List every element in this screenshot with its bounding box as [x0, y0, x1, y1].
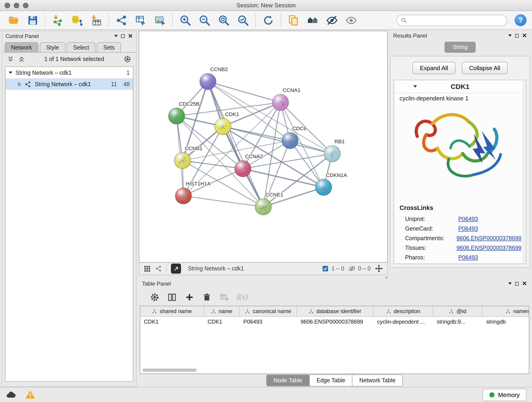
fit-content-icon[interactable]	[375, 264, 383, 273]
checkbox-icon[interactable]	[322, 265, 329, 272]
collapse-all-icon[interactable]	[7, 56, 14, 63]
column-header-canonical-name[interactable]: canonical name	[240, 306, 297, 316]
node-CDK1[interactable]	[215, 118, 231, 134]
tab-network[interactable]: Network	[5, 42, 38, 52]
float-panel-icon[interactable]	[121, 34, 125, 38]
tab-network-table[interactable]: Network Table	[352, 375, 403, 386]
network-row[interactable]: String Network – cdk1 11 48	[6, 78, 133, 90]
node-CCNB1[interactable]	[174, 153, 191, 169]
edge-CCNB2-CCNE1[interactable]	[208, 82, 263, 207]
node-CDC25B[interactable]	[168, 108, 185, 124]
crosslink-link[interactable]: 9606.ENSP00000378699	[456, 235, 521, 241]
open-in-window-button[interactable]	[171, 264, 181, 274]
table-horizontal-scrollbar[interactable]	[143, 369, 196, 372]
tab-edge-table[interactable]: Edge Table	[310, 375, 353, 386]
panel-menu-icon[interactable]	[508, 34, 512, 37]
expand-all-icon[interactable]	[18, 56, 25, 63]
column-header-namespace[interactable]: namespace	[482, 306, 529, 316]
splitter-handle[interactable]	[385, 276, 388, 279]
crosslink-link[interactable]: 9606.ENSP00000378699	[456, 245, 521, 251]
toolbar-separator	[280, 13, 281, 27]
add-column-icon[interactable]	[185, 292, 194, 302]
minimize-window-button[interactable]	[14, 3, 19, 8]
tab-select[interactable]: Select	[67, 42, 95, 52]
network-collection-row[interactable]: String Network – cdk1 1	[6, 67, 133, 78]
node-CCNB2[interactable]	[200, 73, 216, 89]
hide-selected-button[interactable]	[324, 13, 340, 27]
zoom-selected-icon	[237, 14, 249, 26]
float-panel-icon[interactable]	[515, 282, 519, 285]
crosslink-link[interactable]: P06493	[458, 216, 478, 222]
group-nodes-button[interactable]	[305, 13, 320, 27]
crosslink-link[interactable]: P06493	[458, 254, 478, 261]
close-panel-icon[interactable]: ✕	[128, 33, 133, 39]
zoom-in-button[interactable]	[177, 13, 193, 27]
node-CCNA1[interactable]	[272, 94, 289, 110]
edge-CDK1-RB1[interactable]	[223, 127, 332, 154]
crosslink-link[interactable]: P06493	[458, 225, 478, 232]
gear-icon[interactable]	[123, 55, 132, 63]
save-session-button[interactable]	[25, 13, 40, 27]
panel-menu-icon[interactable]	[114, 35, 118, 37]
node-CCNA2[interactable]	[234, 160, 251, 177]
close-panel-icon[interactable]: ✕	[522, 32, 527, 38]
tab-sets[interactable]: Sets	[97, 42, 121, 52]
tab-style[interactable]: Style	[40, 42, 65, 52]
network-canvas[interactable]: CCNB2CCNA1CDC25BCDK1CDC6RB1CCNB1CCNA2CDK…	[139, 31, 388, 263]
show-all-button[interactable]	[343, 13, 359, 27]
expand-all-button[interactable]: Expand All	[413, 62, 456, 74]
node-CCNE1[interactable]	[255, 199, 271, 215]
panel-menu-icon[interactable]	[508, 282, 512, 285]
tab-node-table[interactable]: Node Table	[266, 375, 310, 386]
birdseye-view-icon[interactable]	[155, 265, 162, 272]
copy-style-button[interactable]	[285, 13, 301, 27]
tab-string[interactable]: String	[444, 42, 476, 53]
help-button[interactable]: ?	[515, 14, 526, 26]
show-columns-icon[interactable]	[167, 292, 177, 302]
delete-icon[interactable]	[202, 292, 212, 302]
close-panel-icon[interactable]: ✕	[522, 281, 527, 287]
zoom-selected-button[interactable]	[235, 13, 251, 27]
node-HIST1H1A[interactable]	[175, 188, 191, 204]
collapse-entry-icon[interactable]	[413, 85, 417, 88]
search-input[interactable]	[410, 17, 503, 23]
tree-expander-icon[interactable]	[9, 71, 12, 74]
table-settings-gear-icon[interactable]	[150, 292, 159, 302]
eye-slash-icon[interactable]	[348, 265, 355, 272]
table-cell: CDK1	[204, 317, 240, 327]
collapse-all-button[interactable]: Collapse All	[462, 62, 508, 74]
close-window-button[interactable]	[5, 3, 10, 8]
cloud-icon[interactable]	[6, 389, 17, 400]
edge-HIST1H1A-CCNE1[interactable]	[183, 196, 263, 207]
column-header-name[interactable]: name	[204, 306, 240, 316]
node-RB1[interactable]	[324, 146, 340, 162]
maximize-window-button[interactable]	[23, 3, 28, 8]
import-network-from-file-button[interactable]	[50, 13, 65, 27]
apply-layout-button[interactable]	[260, 13, 276, 27]
node-CDC6[interactable]	[282, 133, 298, 149]
import-network-from-database-button[interactable]	[69, 13, 85, 27]
grid-view-icon[interactable]	[143, 265, 151, 272]
zoom-fit-button[interactable]	[216, 13, 231, 27]
column-header-@id[interactable]: @id	[433, 306, 482, 316]
column-header-description[interactable]: description	[374, 306, 433, 316]
table-row[interactable]: CDK1CDK1P064939606.ENSP00000378699cyclin…	[140, 317, 529, 327]
open-file-button[interactable]	[6, 13, 21, 27]
edge-CCNB2-CCNA1[interactable]	[208, 82, 280, 102]
import-table-from-file-button[interactable]	[89, 13, 104, 27]
warning-icon[interactable]	[25, 389, 36, 400]
float-panel-icon[interactable]	[515, 34, 519, 37]
protein-entry-header[interactable]: CDK1	[394, 80, 526, 93]
memory-button[interactable]: Memory	[482, 389, 526, 401]
export-image-button[interactable]	[152, 13, 168, 27]
edge-CCNB2-RB1[interactable]	[208, 82, 332, 154]
new-network-from-table-button[interactable]	[133, 13, 148, 27]
node-CDKN1A[interactable]	[316, 179, 332, 196]
column-header-database-identifier[interactable]: database identifier	[297, 306, 374, 316]
new-network-button[interactable]	[114, 13, 129, 27]
crosslink-row: Pharos:P06493	[399, 253, 521, 262]
edge-CCNA2-CDKN1A[interactable]	[243, 169, 324, 187]
zoom-out-button[interactable]	[196, 13, 212, 27]
column-header-shared-name[interactable]: shared name	[140, 306, 204, 316]
results-scrollbar[interactable]	[522, 81, 526, 263]
